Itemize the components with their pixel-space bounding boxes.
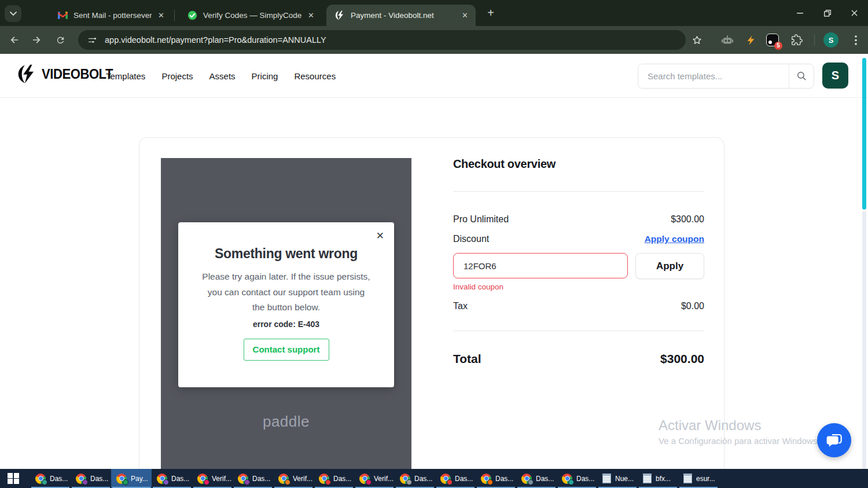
taskbar-item[interactable]: Das...	[314, 469, 354, 488]
taskbar-item[interactable]: Das...	[395, 469, 435, 488]
chat-widget-button[interactable]	[817, 423, 851, 457]
lightning-extension-icon[interactable]	[743, 32, 758, 47]
taskbar-item[interactable]: Das...	[30, 469, 71, 488]
coupon-input[interactable]	[453, 253, 628, 278]
nav-link[interactable]: Pricing	[252, 71, 278, 81]
bookmark-star-icon[interactable]	[689, 32, 704, 47]
windows-logo-icon	[8, 473, 19, 485]
chrome-icon	[400, 474, 410, 484]
contact-support-button[interactable]: Contact support	[244, 339, 329, 361]
search-button[interactable]	[789, 64, 814, 88]
nav-link[interactable]: Projects	[161, 71, 193, 81]
tab-payment-active[interactable]: Payment - Videobolt.net ✕	[326, 5, 476, 26]
browser-toolbar: app.videobolt.net/payment?plan=Pro&durat…	[0, 26, 868, 54]
taskbar-item-label: bfx...	[656, 475, 671, 483]
tab-title: Verify Codes — SimplyCodes	[203, 11, 301, 20]
address-bar[interactable]: app.videobolt.net/payment?plan=Pro&durat…	[78, 30, 686, 50]
taskbar-item-label: esur...	[696, 475, 715, 483]
taskbar-item[interactable]: Das...	[233, 469, 273, 488]
modal-body-line: the button below.	[178, 300, 394, 315]
taskbar-item[interactable]: Das...	[71, 469, 111, 488]
taskbar-item[interactable]: bfx...	[638, 469, 678, 488]
search-input[interactable]	[638, 64, 789, 88]
tab-close-button[interactable]: ✕	[306, 11, 316, 20]
apply-coupon-link[interactable]: Apply coupon	[645, 234, 704, 244]
taskbar-item-label: Pay...	[131, 475, 148, 483]
taskbar-item-label: Das...	[536, 475, 554, 483]
nav-link[interactable]: Templates	[106, 71, 145, 81]
total-value: $300.00	[660, 352, 704, 366]
tab-simplycodes[interactable]: Verify Codes — SimplyCodes ✕	[179, 5, 322, 26]
profile-badge	[285, 479, 290, 485]
extensions-puzzle-icon[interactable]	[789, 32, 804, 47]
chrome-icon	[157, 474, 167, 484]
paddle-frame: ✕ Something went wrong Please try again …	[161, 158, 411, 469]
tab-title: Sent Mail - potterseverus021@	[73, 11, 152, 20]
taskbar-item[interactable]: Nue...	[597, 469, 638, 488]
profile-badge	[568, 479, 574, 485]
error-code: error code: E-403	[178, 320, 394, 329]
chrome-icon	[278, 474, 289, 484]
chrome-icon	[481, 474, 491, 484]
site-user-avatar[interactable]: S	[822, 63, 848, 89]
tab-close-button[interactable]: ✕	[156, 11, 166, 20]
chrome-icon	[359, 474, 370, 484]
videobolt-logo[interactable]: VIDEOBOLT	[17, 64, 119, 84]
taskbar-item[interactable]: Pay...	[111, 469, 152, 488]
notepad-icon	[683, 474, 692, 483]
template-search	[638, 64, 814, 89]
nav-link[interactable]: Assets	[209, 71, 236, 81]
url-text[interactable]: app.videobolt.net/payment?plan=Pro&durat…	[105, 35, 326, 45]
scrollbar-thumb[interactable]	[862, 58, 866, 210]
chrome-icon	[562, 474, 572, 484]
forward-button[interactable]	[29, 32, 44, 47]
back-button[interactable]	[7, 32, 22, 47]
chrome-icon	[319, 474, 329, 484]
simplycodes-icon	[187, 10, 197, 21]
taskbar-item-label: Das...	[414, 475, 432, 483]
reload-button[interactable]	[53, 32, 68, 47]
taskbar-items: Das... Das... Pay... Das...	[30, 469, 719, 488]
scrollbar-track[interactable]	[862, 211, 866, 469]
menu-dots-icon[interactable]	[848, 32, 863, 47]
tab-gmail[interactable]: Sent Mail - potterseverus021@ ✕	[49, 5, 172, 26]
nav-link[interactable]: Resources	[294, 71, 336, 81]
site-settings-icon[interactable]	[87, 35, 97, 45]
plan-label: Pro Unlimited	[453, 214, 509, 225]
profile-badge	[406, 479, 412, 485]
plan-row: Pro Unlimited $300.00	[453, 214, 704, 225]
restore-button[interactable]	[814, 0, 841, 26]
robot-extension-icon[interactable]	[720, 32, 735, 47]
modal-body: Please try again later. If the issue per…	[178, 269, 394, 315]
watermark-line2: Ve a Configuración para activar Windows.	[659, 436, 819, 446]
taskbar-item[interactable]: Das...	[557, 469, 597, 488]
taskbar-item[interactable]: Das...	[516, 469, 557, 488]
modal-title: Something went wrong	[178, 246, 394, 262]
taskbar-item[interactable]: Verif...	[354, 469, 395, 488]
screen: Sent Mail - potterseverus021@ ✕ Verify C…	[0, 0, 868, 488]
modal-close-icon[interactable]: ✕	[373, 228, 388, 244]
chrome-icon	[238, 474, 248, 484]
taskbar-item[interactable]: esur...	[678, 469, 719, 488]
taskbar-item[interactable]: Verif...	[192, 469, 233, 488]
browser-profile-avatar[interactable]: S	[823, 32, 838, 47]
taskbar-item[interactable]: Das...	[152, 469, 192, 488]
profile-badge	[366, 479, 372, 485]
apply-button[interactable]: Apply	[635, 253, 704, 279]
taskbar-item[interactable]: Das...	[435, 469, 476, 488]
watermark-line1: Activar Windows	[659, 417, 819, 434]
window-controls	[786, 0, 868, 26]
videobolt-bolt-icon	[17, 64, 37, 84]
chevron-down-icon	[10, 12, 17, 16]
chrome-icon	[116, 474, 127, 484]
new-tab-button[interactable]: +	[484, 6, 498, 20]
minimize-button[interactable]	[786, 0, 814, 26]
main-nav: TemplatesProjectsAssetsPricingResources	[106, 54, 336, 98]
profile-badge	[528, 479, 534, 485]
tab-search-button[interactable]	[5, 5, 21, 22]
taskbar-item[interactable]: Verif...	[273, 469, 314, 488]
tab-close-button[interactable]: ✕	[460, 11, 470, 20]
taskbar-item[interactable]: Das...	[476, 469, 516, 488]
close-window-button[interactable]	[841, 0, 868, 26]
start-button[interactable]	[0, 469, 27, 488]
